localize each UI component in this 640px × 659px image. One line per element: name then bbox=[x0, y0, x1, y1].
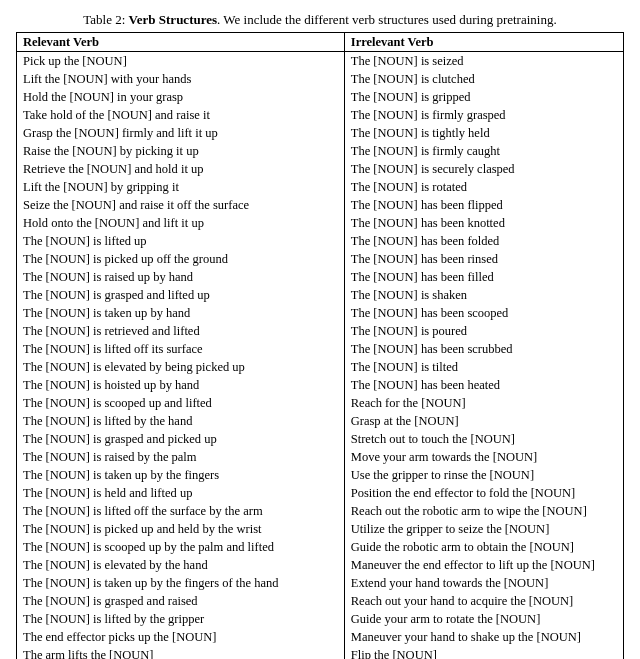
table-row: Seize the [NOUN] and raise it off the su… bbox=[17, 196, 624, 214]
cell-relevant-verb: The [NOUN] is grasped and picked up bbox=[17, 430, 345, 448]
cell-irrelevant-verb: The [NOUN] is securely clasped bbox=[344, 160, 623, 178]
cell-irrelevant-verb: Reach out your hand to acquire the [NOUN… bbox=[344, 592, 623, 610]
cell-relevant-verb: Lift the [NOUN] with your hands bbox=[17, 70, 345, 88]
cell-irrelevant-verb: Grasp at the [NOUN] bbox=[344, 412, 623, 430]
cell-irrelevant-verb: Guide your arm to rotate the [NOUN] bbox=[344, 610, 623, 628]
cell-relevant-verb: The [NOUN] is scooped up by the palm and… bbox=[17, 538, 345, 556]
cell-irrelevant-verb: Use the gripper to rinse the [NOUN] bbox=[344, 466, 623, 484]
cell-relevant-verb: The [NOUN] is raised up by hand bbox=[17, 268, 345, 286]
caption-title: Verb Structures bbox=[129, 12, 217, 27]
table-row: The [NOUN] is scooped up and liftedReach… bbox=[17, 394, 624, 412]
table-row: The [NOUN] is picked up off the groundTh… bbox=[17, 250, 624, 268]
table-row: The end effector picks up the [NOUN]Mane… bbox=[17, 628, 624, 646]
cell-irrelevant-verb: Position the end effector to fold the [N… bbox=[344, 484, 623, 502]
cell-relevant-verb: The [NOUN] is taken up by hand bbox=[17, 304, 345, 322]
table-row: The [NOUN] is lifted by the gripperGuide… bbox=[17, 610, 624, 628]
table-row: Pick up the [NOUN]The [NOUN] is seized bbox=[17, 52, 624, 71]
cell-irrelevant-verb: The [NOUN] has been folded bbox=[344, 232, 623, 250]
cell-irrelevant-verb: Move your arm towards the [NOUN] bbox=[344, 448, 623, 466]
cell-irrelevant-verb: The [NOUN] is firmly caught bbox=[344, 142, 623, 160]
cell-relevant-verb: The end effector picks up the [NOUN] bbox=[17, 628, 345, 646]
table-row: The [NOUN] is lifted off the surface by … bbox=[17, 502, 624, 520]
caption-label: Table 2: bbox=[83, 12, 125, 27]
cell-relevant-verb: Lift the [NOUN] by gripping it bbox=[17, 178, 345, 196]
table-row: Raise the [NOUN] by picking it upThe [NO… bbox=[17, 142, 624, 160]
cell-relevant-verb: Hold onto the [NOUN] and lift it up bbox=[17, 214, 345, 232]
cell-relevant-verb: The arm lifts the [NOUN] bbox=[17, 646, 345, 659]
cell-irrelevant-verb: The [NOUN] has been scrubbed bbox=[344, 340, 623, 358]
cell-relevant-verb: The [NOUN] is picked up and held by the … bbox=[17, 520, 345, 538]
table-row: Lift the [NOUN] with your handsThe [NOUN… bbox=[17, 70, 624, 88]
cell-relevant-verb: The [NOUN] is held and lifted up bbox=[17, 484, 345, 502]
cell-relevant-verb: Seize the [NOUN] and raise it off the su… bbox=[17, 196, 345, 214]
table-row: Hold the [NOUN] in your graspThe [NOUN] … bbox=[17, 88, 624, 106]
cell-relevant-verb: The [NOUN] is elevated by being picked u… bbox=[17, 358, 345, 376]
cell-irrelevant-verb: Reach for the [NOUN] bbox=[344, 394, 623, 412]
table-row: The [NOUN] is taken up by the fingers of… bbox=[17, 574, 624, 592]
table-row: The [NOUN] is elevated by the handManeuv… bbox=[17, 556, 624, 574]
cell-irrelevant-verb: The [NOUN] has been flipped bbox=[344, 196, 623, 214]
table-row: The [NOUN] is taken up by handThe [NOUN]… bbox=[17, 304, 624, 322]
table-row: Lift the [NOUN] by gripping itThe [NOUN]… bbox=[17, 178, 624, 196]
cell-relevant-verb: The [NOUN] is lifted by the hand bbox=[17, 412, 345, 430]
cell-relevant-verb: Retrieve the [NOUN] and hold it up bbox=[17, 160, 345, 178]
table-caption: Table 2: Verb Structures. We include the… bbox=[16, 12, 624, 28]
header-relevant-verb: Relevant Verb bbox=[17, 33, 345, 52]
caption-desc: . We include the different verb structur… bbox=[217, 12, 557, 27]
table-row: The [NOUN] is raised up by handThe [NOUN… bbox=[17, 268, 624, 286]
cell-relevant-verb: Take hold of the [NOUN] and raise it bbox=[17, 106, 345, 124]
table-row: The arm lifts the [NOUN]Flip the [NOUN] bbox=[17, 646, 624, 659]
header-irrelevant-verb: Irrelevant Verb bbox=[344, 33, 623, 52]
cell-relevant-verb: The [NOUN] is grasped and raised bbox=[17, 592, 345, 610]
table-row: Hold onto the [NOUN] and lift it upThe [… bbox=[17, 214, 624, 232]
cell-irrelevant-verb: The [NOUN] is firmly grasped bbox=[344, 106, 623, 124]
cell-relevant-verb: Raise the [NOUN] by picking it up bbox=[17, 142, 345, 160]
cell-irrelevant-verb: Maneuver the end effector to lift up the… bbox=[344, 556, 623, 574]
table-header-row: Relevant Verb Irrelevant Verb bbox=[17, 33, 624, 52]
cell-irrelevant-verb: Stretch out to touch the [NOUN] bbox=[344, 430, 623, 448]
table-row: The [NOUN] is elevated by being picked u… bbox=[17, 358, 624, 376]
cell-relevant-verb: The [NOUN] is picked up off the ground bbox=[17, 250, 345, 268]
cell-irrelevant-verb: The [NOUN] has been heated bbox=[344, 376, 623, 394]
verb-structures-table: Relevant Verb Irrelevant Verb Pick up th… bbox=[16, 32, 624, 659]
table-row: The [NOUN] is retrieved and liftedThe [N… bbox=[17, 322, 624, 340]
cell-irrelevant-verb: The [NOUN] is tilted bbox=[344, 358, 623, 376]
cell-relevant-verb: The [NOUN] is hoisted up by hand bbox=[17, 376, 345, 394]
cell-irrelevant-verb: Reach out the robotic arm to wipe the [N… bbox=[344, 502, 623, 520]
cell-relevant-verb: The [NOUN] is taken up by the fingers of… bbox=[17, 574, 345, 592]
cell-irrelevant-verb: The [NOUN] is seized bbox=[344, 52, 623, 71]
table-row: The [NOUN] is hoisted up by handThe [NOU… bbox=[17, 376, 624, 394]
table-row: The [NOUN] is picked up and held by the … bbox=[17, 520, 624, 538]
table-row: Retrieve the [NOUN] and hold it upThe [N… bbox=[17, 160, 624, 178]
cell-irrelevant-verb: Utilize the gripper to seize the [NOUN] bbox=[344, 520, 623, 538]
table-row: The [NOUN] is grasped and picked upStret… bbox=[17, 430, 624, 448]
cell-irrelevant-verb: Maneuver your hand to shake up the [NOUN… bbox=[344, 628, 623, 646]
cell-irrelevant-verb: The [NOUN] has been filled bbox=[344, 268, 623, 286]
table-row: The [NOUN] is scooped up by the palm and… bbox=[17, 538, 624, 556]
table-row: Take hold of the [NOUN] and raise itThe … bbox=[17, 106, 624, 124]
cell-relevant-verb: The [NOUN] is taken up by the fingers bbox=[17, 466, 345, 484]
cell-relevant-verb: The [NOUN] is lifted up bbox=[17, 232, 345, 250]
cell-irrelevant-verb: The [NOUN] is rotated bbox=[344, 178, 623, 196]
cell-relevant-verb: The [NOUN] is raised by the palm bbox=[17, 448, 345, 466]
cell-relevant-verb: Hold the [NOUN] in your grasp bbox=[17, 88, 345, 106]
table-row: Grasp the [NOUN] firmly and lift it upTh… bbox=[17, 124, 624, 142]
cell-relevant-verb: The [NOUN] is scooped up and lifted bbox=[17, 394, 345, 412]
cell-irrelevant-verb: The [NOUN] is tightly held bbox=[344, 124, 623, 142]
cell-relevant-verb: The [NOUN] is elevated by the hand bbox=[17, 556, 345, 574]
cell-irrelevant-verb: Guide the robotic arm to obtain the [NOU… bbox=[344, 538, 623, 556]
cell-irrelevant-verb: The [NOUN] has been knotted bbox=[344, 214, 623, 232]
table-row: The [NOUN] is lifted upThe [NOUN] has be… bbox=[17, 232, 624, 250]
cell-irrelevant-verb: Extend your hand towards the [NOUN] bbox=[344, 574, 623, 592]
cell-relevant-verb: Pick up the [NOUN] bbox=[17, 52, 345, 71]
table-row: The [NOUN] is lifted off its surfaceThe … bbox=[17, 340, 624, 358]
table-row: The [NOUN] is grasped and raisedReach ou… bbox=[17, 592, 624, 610]
cell-relevant-verb: The [NOUN] is lifted by the gripper bbox=[17, 610, 345, 628]
cell-relevant-verb: Grasp the [NOUN] firmly and lift it up bbox=[17, 124, 345, 142]
table-row: The [NOUN] is raised by the palmMove you… bbox=[17, 448, 624, 466]
cell-irrelevant-verb: The [NOUN] has been scooped bbox=[344, 304, 623, 322]
cell-irrelevant-verb: The [NOUN] is shaken bbox=[344, 286, 623, 304]
cell-irrelevant-verb: The [NOUN] is gripped bbox=[344, 88, 623, 106]
cell-relevant-verb: The [NOUN] is lifted off its surface bbox=[17, 340, 345, 358]
cell-irrelevant-verb: Flip the [NOUN] bbox=[344, 646, 623, 659]
